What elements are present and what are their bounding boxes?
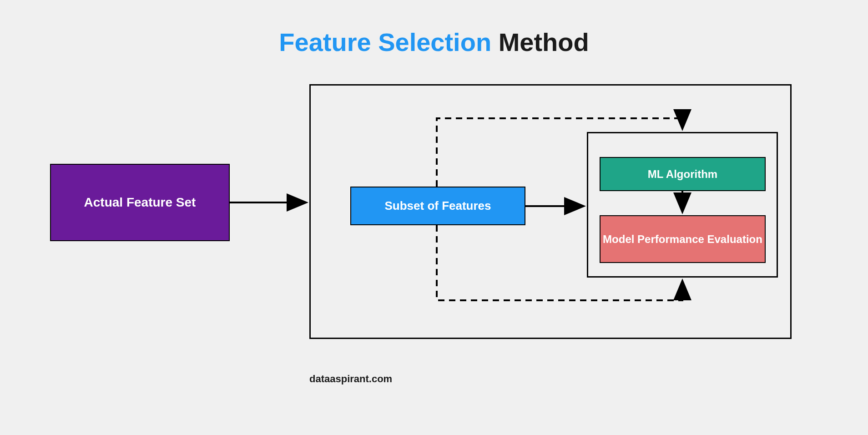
title-normal: Method <box>491 28 589 56</box>
title-highlight: Feature Selection <box>279 28 491 56</box>
subset-features-box: Subset of Features <box>350 187 525 225</box>
actual-feature-set-box: Actual Feature Set <box>50 164 230 241</box>
actual-feature-set-label: Actual Feature Set <box>84 195 196 210</box>
ml-algorithm-label: ML Algorithm <box>648 168 717 181</box>
model-performance-label: Model Performance Evaluation <box>603 232 762 246</box>
diagram-title: Feature Selection Method <box>0 0 868 57</box>
ml-algorithm-box: ML Algorithm <box>600 157 766 191</box>
attribution-text: dataaspirant.com <box>309 373 392 385</box>
diagram-area: Actual Feature Set Subset of Features ML… <box>0 75 868 394</box>
model-performance-box: Model Performance Evaluation <box>600 215 766 263</box>
subset-features-label: Subset of Features <box>384 199 491 213</box>
